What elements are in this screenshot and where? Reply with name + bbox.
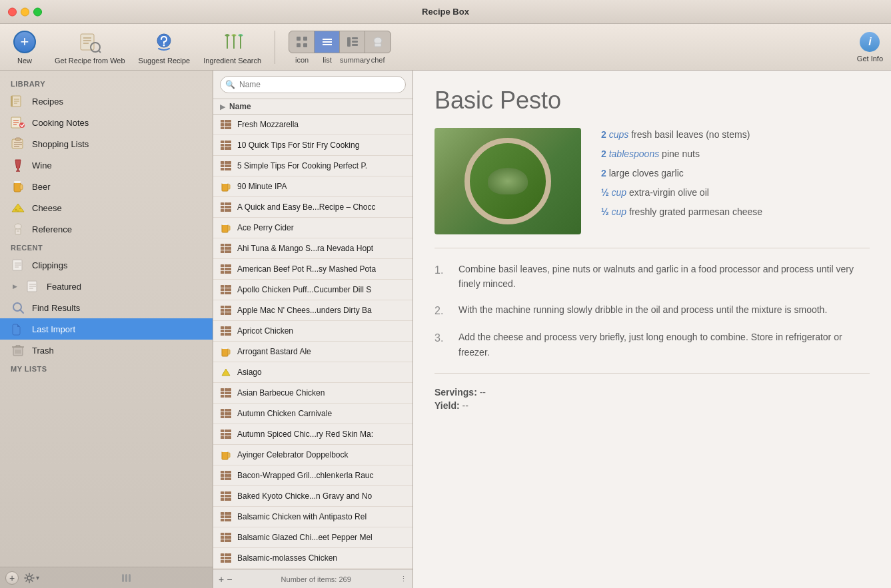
- list-item[interactable]: Apricot Chicken: [213, 321, 413, 342]
- svg-rect-199: [228, 491, 231, 494]
- svg-rect-136: [221, 306, 224, 308]
- svg-rect-221: [221, 539, 224, 542]
- list-item-type-icon: [220, 119, 232, 131]
- list-item[interactable]: Balsamic Chicken with Antipasto Rel: [213, 507, 413, 527]
- svg-rect-206: [221, 512, 224, 515]
- sidebar-item-find-results[interactable]: Find Results: [0, 297, 213, 318]
- sidebar-drag-center: [45, 574, 207, 582]
- list-item[interactable]: Baked Kyoto Chicke...n Gravy and No: [213, 486, 413, 507]
- list-item-name: A Quick and Easy Be...Recipe – Chocc: [237, 202, 375, 212]
- svg-rect-164: [221, 395, 224, 398]
- svg-rect-149: [225, 330, 228, 332]
- list-item[interactable]: Autumn Spiced Chic...ry Red Skin Ma:: [213, 424, 413, 445]
- view-icon-button[interactable]: [289, 31, 315, 53]
- sidebar-item-wine-label: Wine: [32, 160, 52, 170]
- search-input[interactable]: [220, 76, 406, 93]
- get-recipe-button[interactable]: Get Recipe from Web: [55, 30, 125, 65]
- list-item[interactable]: Autumn Chicken Carnivale: [213, 404, 413, 424]
- list-item[interactable]: Fresh Mozzarella: [213, 115, 413, 135]
- sidebar-item-beer[interactable]: Beer: [0, 176, 213, 197]
- list-item-type-icon: [220, 180, 232, 192]
- get-info-button[interactable]: i Get Info: [857, 32, 883, 63]
- sidebar-item-cheese-label: Cheese: [32, 203, 62, 213]
- close-button[interactable]: [8, 7, 17, 16]
- svg-rect-115: [221, 250, 224, 253]
- sidebar-item-reference[interactable]: Reference: [0, 218, 213, 240]
- view-list-button[interactable]: [315, 31, 340, 53]
- sidebar-item-last-import[interactable]: Last Import: [0, 318, 213, 340]
- list-item[interactable]: 90 Minute IPA: [213, 176, 413, 197]
- list-item[interactable]: American Beef Pot R...sy Mashed Pota: [213, 259, 413, 280]
- suggest-recipe-button[interactable]: Suggest Recipe: [139, 30, 191, 65]
- shopping-lists-icon: [11, 137, 25, 151]
- list-item[interactable]: 5 Simple Tips For Cooking Perfect P.: [213, 156, 413, 176]
- step-text: Add the cheese and process very briefly,…: [458, 330, 870, 360]
- list-item[interactable]: Apollo Chicken Puff...Cucumber Dill S: [213, 280, 413, 300]
- main-area: LIBRARY Recipes: [0, 71, 891, 588]
- list-item[interactable]: Bacon-Wrapped Gril...chlenkerla Rauc: [213, 465, 413, 486]
- add-item-button[interactable]: +: [219, 574, 224, 585]
- new-button[interactable]: + New: [8, 30, 41, 65]
- toolbar: + New Get Recipe from Web Sugge: [0, 24, 891, 71]
- sidebar-item-trash[interactable]: Trash: [0, 340, 213, 361]
- list-item-type-icon: [220, 428, 232, 440]
- list-item[interactable]: Ace Perry Cider: [213, 218, 413, 238]
- remove-item-button[interactable]: −: [227, 574, 232, 585]
- svg-rect-229: [228, 557, 231, 559]
- detail-panel: Basic Pesto 2 cups fresh basil leaves (n…: [413, 71, 891, 588]
- sidebar-item-featured[interactable]: ▶ Featured: [0, 276, 213, 297]
- svg-rect-104: [225, 209, 228, 212]
- list-item[interactable]: Arrogant Bastard Ale: [213, 342, 413, 362]
- svg-rect-139: [221, 309, 224, 312]
- svg-rect-17: [352, 41, 358, 43]
- gear-button[interactable]: ▾: [24, 573, 39, 583]
- list-item[interactable]: Apple Mac N' Chees...unders Dirty Ba: [213, 300, 413, 321]
- svg-rect-97: [221, 202, 224, 205]
- svg-rect-11: [303, 43, 307, 47]
- sidebar-item-clippings[interactable]: Clippings: [0, 254, 213, 276]
- svg-rect-140: [225, 309, 228, 312]
- svg-rect-118: [221, 264, 224, 267]
- ingredient-search-button[interactable]: Ingredient Search: [203, 30, 261, 65]
- svg-rect-218: [221, 536, 224, 539]
- minimize-button[interactable]: [21, 7, 29, 16]
- svg-point-44: [17, 210, 19, 212]
- sidebar-item-recipes[interactable]: Recipes: [0, 91, 213, 112]
- svg-rect-86: [225, 161, 228, 164]
- svg-rect-18: [352, 44, 358, 46]
- list-item[interactable]: Ahi Tuna & Mango S...ra Nevada Hopt: [213, 238, 413, 259]
- sidebar-item-cooking-notes[interactable]: Cooking Notes: [0, 112, 213, 133]
- list-item[interactable]: A Quick and Easy Be...Recipe – Chocc: [213, 197, 413, 218]
- svg-point-43: [19, 208, 21, 209]
- ingredient-search-label: Ingredient Search: [203, 57, 261, 65]
- svg-rect-154: [222, 348, 228, 356]
- add-list-button[interactable]: +: [5, 571, 19, 585]
- svg-rect-109: [221, 244, 224, 246]
- maximize-button[interactable]: [33, 7, 42, 16]
- svg-rect-186: [228, 453, 230, 457]
- sidebar-item-cheese[interactable]: Cheese: [0, 197, 213, 218]
- sidebar: LIBRARY Recipes: [0, 71, 213, 588]
- list-item[interactable]: Balsamic Glazed Chi...eet Pepper Mel: [213, 527, 413, 548]
- svg-rect-108: [222, 223, 228, 225]
- ingredient-amount: 2: [601, 148, 606, 159]
- library-section-header: LIBRARY: [0, 76, 213, 91]
- view-summary-button[interactable]: [340, 31, 365, 53]
- recipe-instructions: 1. Combine basil leaves, pine nuts or wa…: [435, 262, 870, 360]
- resize-handle[interactable]: ⋮: [400, 575, 407, 583]
- svg-rect-219: [225, 536, 228, 539]
- svg-rect-132: [228, 288, 231, 291]
- my-lists-section-header: MY LISTS: [0, 361, 213, 376]
- svg-rect-181: [228, 433, 231, 436]
- view-chef-button[interactable]: [365, 31, 391, 53]
- sidebar-item-wine[interactable]: Wine: [0, 154, 213, 176]
- sidebar-item-clippings-label: Clippings: [32, 260, 67, 270]
- get-recipe-label: Get Recipe from Web: [55, 57, 125, 65]
- list-item[interactable]: 10 Quick Tips For Stir Fry Cooking: [213, 135, 413, 156]
- list-item[interactable]: Asian Barbecue Chicken: [213, 383, 413, 404]
- svg-rect-114: [228, 247, 231, 250]
- list-item[interactable]: Ayinger Celebrator Doppelbock: [213, 445, 413, 465]
- list-item[interactable]: Asiago: [213, 362, 413, 383]
- sidebar-item-shopping-lists[interactable]: Shopping Lists: [0, 133, 213, 154]
- list-item[interactable]: Balsamic-molasses Chicken: [213, 548, 413, 569]
